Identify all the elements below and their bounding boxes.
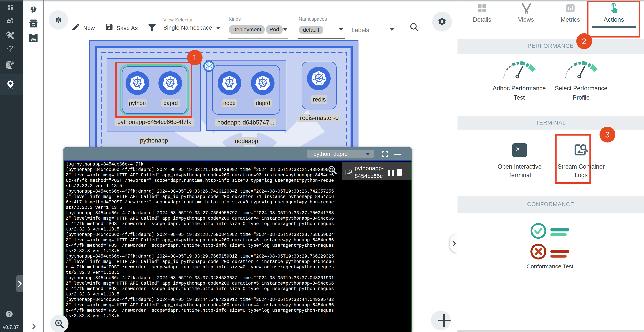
svg-text:WA: WA: [31, 38, 36, 41]
